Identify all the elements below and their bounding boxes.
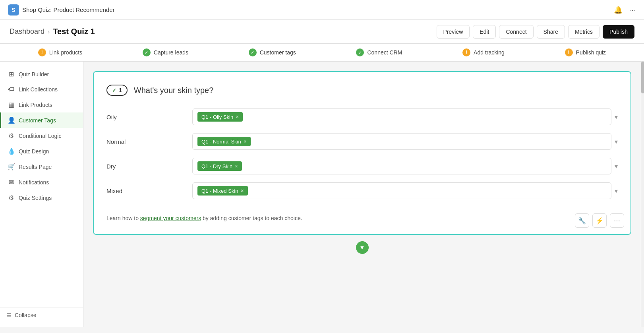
tag-normal-text: Q1 - Normal Skin: [201, 139, 241, 145]
sidebar-item-quiz-builder[interactable]: ⊞ Quiz Builder: [0, 66, 83, 82]
answer-label-oily: Oily: [106, 114, 186, 120]
step-capture-leads[interactable]: ✓ Capture leads: [143, 48, 188, 56]
notification-icon[interactable]: 🔔: [614, 6, 623, 14]
header-actions: Preview Edit Connect Share Metrics Publi…: [437, 25, 634, 39]
grid2-icon: ▦: [8, 101, 15, 108]
footer-note-prefix: Learn how to: [106, 215, 140, 221]
question-number: 1: [119, 87, 122, 93]
step-ok-icon-2: ✓: [249, 48, 257, 56]
sidebar-bottom: ☰ Collapse: [0, 308, 83, 322]
step-customer-tags-label: Customer tags: [260, 49, 296, 56]
step-link-products[interactable]: ! Link products: [38, 48, 82, 56]
sidebar-item-quiz-design[interactable]: 💧 Quiz Design: [0, 143, 83, 159]
tag-mixed: Q1 - Mixed Skin ×: [197, 186, 248, 196]
tag-mixed-close[interactable]: ×: [240, 188, 244, 194]
edit-button[interactable]: Edit: [473, 25, 496, 39]
answer-label-mixed: Mixed: [106, 188, 186, 194]
preview-button[interactable]: Preview: [437, 25, 470, 39]
metrics-button[interactable]: Metrics: [568, 25, 600, 39]
cart-icon: 🛒: [8, 163, 15, 170]
tag-dry-text: Q1 - Dry Skin: [201, 163, 232, 169]
tag-dry: Q1 - Dry Skin ×: [197, 161, 242, 171]
next-question-button[interactable]: ▼: [356, 241, 369, 254]
tag-oily-close[interactable]: ×: [236, 114, 239, 120]
tag-mixed-text: Q1 - Mixed Skin: [201, 188, 238, 194]
sidebar-item-results-page[interactable]: 🛒 Results Page: [0, 159, 83, 174]
answer-row-oily: Oily Q1 - Oily Skin × ▾: [106, 108, 618, 125]
top-bar-actions: 🔔 ⋯: [614, 6, 636, 14]
settings-icon: ⚙: [8, 194, 15, 201]
app-bar: S Shop Quiz: Product Recommender 🔔 ⋯: [0, 0, 644, 20]
publish-button[interactable]: Publish: [603, 25, 634, 39]
answer-row-mixed: Mixed Q1 - Mixed Skin × ▾: [106, 182, 618, 199]
step-connect-crm[interactable]: ✓ Connect CRM: [356, 48, 402, 56]
collapse-button[interactable]: ☰ Collapse: [6, 312, 77, 318]
sidebar-item-quiz-settings-label: Quiz Settings: [19, 195, 52, 201]
step-connect-crm-label: Connect CRM: [367, 49, 402, 56]
footer-note: Learn how to segment your customers by a…: [106, 215, 618, 221]
answer-row-dry: Dry Q1 - Dry Skin × ▾: [106, 158, 618, 174]
step-warn-icon-2: !: [462, 48, 470, 56]
answer-tag-container-dry[interactable]: Q1 - Dry Skin ×: [192, 158, 611, 174]
share-button[interactable]: Share: [537, 25, 565, 39]
step-customer-tags[interactable]: ✓ Customer tags: [249, 48, 296, 56]
sidebar-item-link-products[interactable]: ▦ Link Products: [0, 97, 83, 112]
main-layout: ⊞ Quiz Builder 🏷 Link Collections ▦ Link…: [0, 62, 644, 327]
collapse-icon: ☰: [6, 312, 12, 318]
page-header: Dashboard › Test Quiz 1 Preview Edit Con…: [0, 20, 644, 44]
sidebar-item-link-collections[interactable]: 🏷 Link Collections: [0, 82, 83, 97]
question-header: ✓ 1 What's your skin type?: [106, 85, 618, 96]
connect-button[interactable]: Connect: [499, 25, 533, 39]
dropdown-normal[interactable]: ▾: [615, 138, 618, 145]
scrollbar[interactable]: [641, 62, 644, 327]
bottom-nav: ▼: [93, 241, 631, 254]
sidebar-item-customer-tags-label: Customer Tags: [19, 117, 56, 124]
step-link-products-label: Link products: [49, 49, 82, 56]
footer-note-link[interactable]: segment your customers: [140, 215, 201, 221]
answer-tag-container-mixed[interactable]: Q1 - Mixed Skin ×: [192, 182, 611, 199]
sidebar-item-notifications-label: Notifications: [19, 179, 49, 186]
sidebar-item-customer-tags[interactable]: 👤 Customer Tags: [0, 112, 83, 128]
dropdown-dry[interactable]: ▾: [615, 163, 618, 170]
sidebar-item-conditional-logic[interactable]: ⚙ Conditional Logic: [0, 128, 83, 143]
answer-label-normal: Normal: [106, 138, 186, 145]
wrench-button[interactable]: 🔧: [575, 213, 589, 228]
tag-dry-close[interactable]: ×: [235, 163, 238, 169]
check-icon: ✓: [112, 87, 116, 93]
tag-normal: Q1 - Normal Skin ×: [197, 137, 251, 146]
share-button-card[interactable]: ⚡: [592, 213, 607, 228]
scrollbar-thumb: [641, 62, 644, 93]
quiz-card: ✓ 1 What's your skin type? Oily Q1 - Oil…: [93, 71, 631, 235]
grid-icon: ⊞: [8, 70, 15, 78]
more-button-card[interactable]: ⋯: [610, 213, 624, 228]
more-icon[interactable]: ⋯: [629, 6, 636, 14]
dropdown-mixed[interactable]: ▾: [615, 187, 618, 195]
person-icon: 👤: [8, 116, 15, 124]
logic-icon: ⚙: [8, 132, 15, 139]
tag-oily-text: Q1 - Oily Skin: [201, 114, 233, 120]
answer-tag-container-normal[interactable]: Q1 - Normal Skin ×: [192, 133, 611, 150]
footer-note-suffix: by adding customer tags to each choice.: [203, 215, 302, 221]
breadcrumb: Dashboard › Test Quiz 1: [10, 27, 95, 36]
dropdown-oily[interactable]: ▾: [615, 113, 618, 121]
step-capture-leads-label: Capture leads: [154, 49, 188, 56]
answer-tag-container-oily[interactable]: Q1 - Oily Skin ×: [192, 108, 611, 125]
tag-oily: Q1 - Oily Skin ×: [197, 112, 243, 122]
step-ok-icon: ✓: [143, 48, 151, 56]
card-toolbar: 🔧 ⚡ ⋯: [575, 213, 624, 228]
breadcrumb-separator: ›: [48, 28, 50, 35]
step-add-tracking-label: Add tracking: [474, 49, 505, 56]
sidebar-item-quiz-settings[interactable]: ⚙ Quiz Settings: [0, 190, 83, 205]
step-publish-quiz[interactable]: ! Publish quiz: [565, 48, 606, 56]
sidebar-item-link-collections-label: Link Collections: [19, 86, 58, 93]
sidebar: ⊞ Quiz Builder 🏷 Link Collections ▦ Link…: [0, 62, 83, 327]
sidebar-item-quiz-builder-label: Quiz Builder: [19, 71, 49, 77]
step-publish-quiz-label: Publish quiz: [576, 49, 606, 56]
tag-normal-close[interactable]: ×: [244, 138, 247, 145]
sidebar-item-notifications[interactable]: ✉ Notifications: [0, 174, 83, 190]
step-ok-icon-3: ✓: [356, 48, 364, 56]
question-text: What's your skin type?: [134, 86, 214, 95]
breadcrumb-dashboard[interactable]: Dashboard: [10, 27, 44, 36]
step-add-tracking[interactable]: ! Add tracking: [462, 48, 505, 56]
sidebar-item-link-products-label: Link Products: [19, 102, 52, 108]
